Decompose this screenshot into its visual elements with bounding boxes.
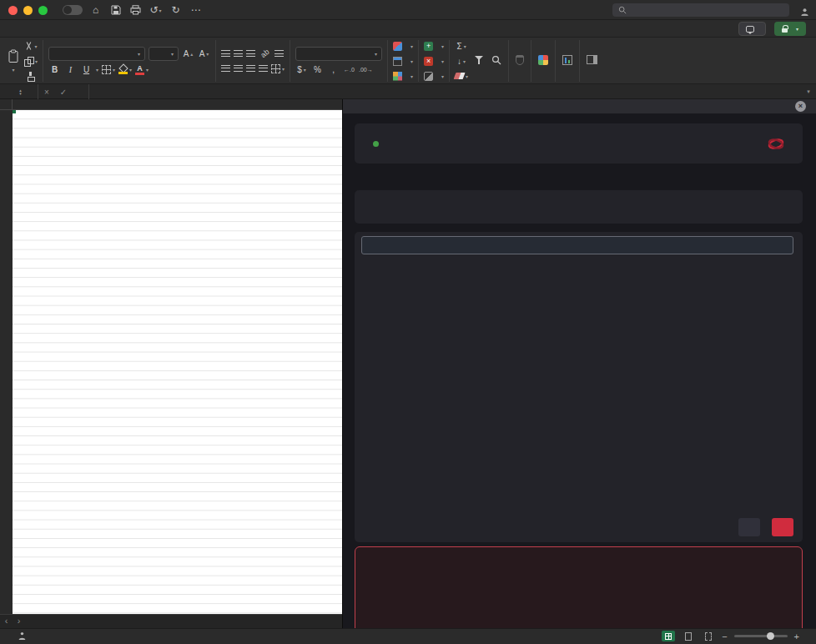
minimize-window-button[interactable]: [23, 6, 33, 15]
active-cell-outline[interactable]: [13, 110, 14, 112]
zoom-in-button[interactable]: +: [794, 631, 799, 641]
cut-button[interactable]: ▾: [24, 40, 38, 52]
row-numbers: [0, 110, 13, 614]
save-icon: [111, 5, 121, 15]
more-commands-button[interactable]: ⋯: [189, 4, 203, 16]
formula-bar-expand-icon[interactable]: ▾: [801, 88, 816, 95]
addins-group: [531, 40, 556, 82]
format-cells-button[interactable]: ▾: [424, 70, 444, 82]
font-name-select[interactable]: ▾: [48, 47, 145, 61]
comment-bubble-icon: [746, 26, 754, 33]
format-as-table-button[interactable]: ▾: [393, 55, 413, 67]
home-icon[interactable]: ⌂: [88, 4, 103, 16]
redo-button[interactable]: ↻: [169, 4, 183, 16]
name-box[interactable]: ▴▾: [0, 84, 38, 99]
accessibility-icon: [18, 631, 27, 641]
comma-style-button[interactable]: ,: [327, 64, 340, 76]
wrap-text-icon[interactable]: [275, 50, 284, 57]
save-button[interactable]: [108, 5, 123, 15]
search-icon: [618, 6, 627, 14]
clear-button[interactable]: ▾: [455, 70, 468, 82]
model-select[interactable]: [361, 236, 793, 254]
autosave-toggle[interactable]: [58, 5, 83, 15]
column-header-row: [0, 99, 342, 110]
delete-cells-button[interactable]: ▾: [424, 55, 444, 67]
search-input[interactable]: [612, 3, 789, 17]
autosave-switch[interactable]: [63, 5, 83, 15]
normal-view-button[interactable]: [662, 631, 675, 641]
toggle-knob: [63, 6, 72, 14]
paste-button[interactable]: ▾: [7, 49, 20, 73]
copy-button[interactable]: ▾: [24, 55, 38, 67]
reset-button[interactable]: [738, 518, 760, 536]
cancel-icon[interactable]: ×: [38, 88, 55, 97]
previous-sheet-icon[interactable]: ‹: [0, 615, 13, 627]
conditional-formatting-button[interactable]: ▾: [393, 40, 413, 52]
font-color-button[interactable]: A▾: [135, 64, 149, 76]
name-box-stepper-icon[interactable]: ▴▾: [19, 88, 22, 96]
percent-button[interactable]: %: [311, 64, 324, 76]
italic-button[interactable]: I: [64, 64, 77, 76]
analyze-data-button[interactable]: [561, 55, 574, 68]
calculate-button[interactable]: [772, 518, 793, 536]
insert-cells-button[interactable]: ▾: [424, 40, 444, 52]
borders-button[interactable]: ▾: [102, 64, 115, 76]
zoom-window-button[interactable]: [38, 6, 48, 15]
indent-icon[interactable]: [259, 65, 268, 72]
fill-color-button[interactable]: ▾: [118, 64, 132, 76]
undo-button[interactable]: ↺▾: [149, 4, 163, 16]
close-window-button[interactable]: [8, 6, 18, 15]
select-all-corner[interactable]: [0, 99, 13, 110]
format-painter-button[interactable]: [24, 70, 38, 82]
currency-button[interactable]: $▾: [295, 64, 308, 76]
grid-view-icon: [665, 633, 672, 640]
analyze-data-group: [556, 40, 580, 82]
zoom-out-button[interactable]: −: [722, 631, 727, 641]
spreadsheet-grid[interactable]: ‹ ›: [0, 99, 342, 628]
sort-filter-button[interactable]: [472, 55, 486, 68]
decrease-decimal-button[interactable]: .00→: [359, 64, 373, 76]
multiverse-logo-icon: [767, 138, 785, 150]
page-break-view-button[interactable]: [702, 631, 715, 641]
find-select-button[interactable]: [490, 55, 503, 68]
share-person-icon[interactable]: [800, 5, 809, 20]
page-layout-view-button[interactable]: [682, 631, 695, 641]
cells-group: ▾ ▾ ▾: [419, 40, 450, 82]
grow-font-button[interactable]: A▴: [182, 48, 194, 59]
align-bottom-icon[interactable]: [246, 50, 255, 57]
format-painter-icon: [27, 72, 35, 81]
add-ins-button[interactable]: [536, 55, 550, 68]
cell-styles-button[interactable]: ▾: [393, 70, 413, 82]
cell-styles-icon: [393, 72, 402, 81]
comments-button[interactable]: [738, 22, 766, 36]
fill-button[interactable]: ↓▾: [455, 55, 468, 67]
next-sheet-icon[interactable]: ›: [13, 615, 25, 627]
chevron-down-icon: ▾: [12, 68, 14, 73]
align-right-icon[interactable]: [246, 65, 255, 72]
zoom-slider-handle[interactable]: [767, 632, 774, 640]
grid-cells[interactable]: [13, 110, 342, 614]
align-center-icon[interactable]: [234, 65, 243, 72]
sensitivity-button[interactable]: [514, 55, 526, 68]
zoom-slider[interactable]: [734, 635, 788, 637]
font-size-select[interactable]: ▾: [149, 47, 179, 61]
align-left-icon[interactable]: [221, 65, 230, 72]
underline-button[interactable]: U: [80, 64, 93, 76]
bold-button[interactable]: B: [48, 64, 61, 76]
share-button[interactable]: ▾: [774, 22, 806, 36]
task-pane: ×: [342, 99, 816, 628]
align-middle-icon[interactable]: [234, 50, 243, 57]
merge-center-button[interactable]: ▾: [271, 63, 285, 74]
formula-input[interactable]: [88, 84, 801, 99]
align-top-icon[interactable]: [221, 50, 230, 57]
number-format-select[interactable]: ▾: [295, 47, 382, 61]
insert-cells-icon: [424, 42, 433, 51]
orientation-button[interactable]: ab: [256, 45, 273, 62]
close-pane-icon[interactable]: ×: [795, 101, 806, 112]
increase-decimal-button[interactable]: ←.0: [343, 64, 355, 76]
autosum-button[interactable]: Σ▾: [455, 40, 468, 52]
enter-icon[interactable]: ✓: [55, 88, 72, 97]
print-button[interactable]: [128, 5, 143, 15]
shrink-font-button[interactable]: A▾: [198, 48, 210, 59]
show-task-pane-button[interactable]: [585, 55, 599, 67]
